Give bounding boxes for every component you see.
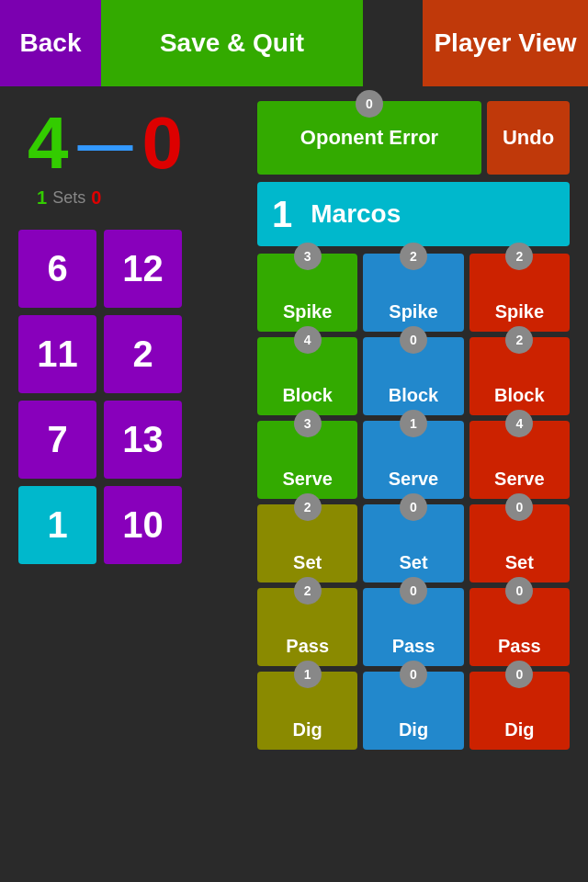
score-right: 0 [142,101,184,186]
action-label-10: Set [399,552,427,573]
action-badge-2: 2 [505,243,533,270]
action-badge-14: 0 [505,577,533,605]
action-badge-6: 3 [294,410,322,437]
action-badge-12: 2 [294,577,322,605]
player-view-button[interactable]: Player View [423,0,588,86]
score-area: 4 — 0 1 Sets 0 [28,101,239,209]
action-cell-block-4[interactable]: 0Block [363,337,463,415]
action-badge-4: 0 [400,326,427,354]
action-label-13: Pass [392,636,435,657]
action-cell-spike-1[interactable]: 2Spike [363,254,463,332]
action-cell-dig-15[interactable]: 1Dig [257,672,357,750]
action-cell-block-3[interactable]: 4Block [257,337,357,415]
action-label-16: Dig [399,719,428,741]
action-badge-16: 0 [400,661,427,688]
score-dash: — [78,112,133,175]
action-label-14: Pass [498,636,541,657]
action-badge-13: 0 [400,577,427,605]
oponent-error-button[interactable]: 0 Oponent Error [257,101,481,175]
action-label-17: Dig [504,719,534,741]
num-cell-7[interactable]: 10 [104,486,182,564]
action-badge-15: 1 [294,661,322,688]
action-grid: 3Spike2Spike2Spike4Block0Block2Block3Ser… [257,254,570,750]
action-cell-pass-14[interactable]: 0Pass [469,588,570,666]
action-label-7: Serve [389,469,439,490]
num-cell-4[interactable]: 7 [18,401,96,479]
player-number: 1 [272,194,292,235]
player-row: 1 Marcos [257,182,570,246]
action-label-6: Serve [282,469,333,490]
action-cell-serve-8[interactable]: 4Serve [469,421,570,499]
action-cell-dig-17[interactable]: 0Dig [469,672,570,750]
num-cell-6[interactable]: 1 [18,486,96,564]
action-cell-set-11[interactable]: 0Set [469,504,570,582]
action-badge-7: 1 [400,410,427,437]
action-cell-set-9[interactable]: 2Set [257,504,357,582]
action-cell-dig-16[interactable]: 0Dig [363,672,463,750]
action-cell-serve-6[interactable]: 3Serve [257,421,357,499]
action-label-8: Serve [494,469,545,490]
action-badge-17: 0 [505,661,533,688]
score-left: 4 [28,101,69,186]
action-badge-0: 3 [294,243,322,270]
action-badge-3: 4 [294,326,322,354]
action-badge-8: 4 [505,410,533,437]
header: Back Save & Quit Player View [0,0,588,86]
sets-label: Sets [52,188,85,208]
sets-left: 1 [37,187,47,209]
num-cell-5[interactable]: 13 [104,401,182,479]
sets-right: 0 [91,187,101,209]
num-grid: 612112713110 [18,230,182,564]
back-button[interactable]: Back [0,0,101,86]
num-cell-2[interactable]: 11 [18,315,96,393]
num-cell-1[interactable]: 12 [104,230,182,308]
action-label-0: Spike [283,301,332,322]
action-label-9: Set [293,552,322,573]
player-name: Marcos [311,199,401,229]
header-spacer [363,0,423,86]
num-cell-0[interactable]: 6 [18,230,96,308]
action-badge-9: 2 [294,493,322,521]
undo-button[interactable]: Undo [487,101,570,175]
num-cell-3[interactable]: 2 [104,315,182,393]
action-cell-spike-2[interactable]: 2Spike [469,254,570,332]
oponent-error-badge: 0 [356,90,383,118]
action-cell-pass-12[interactable]: 2Pass [257,588,357,666]
action-cell-set-10[interactable]: 0Set [363,504,463,582]
action-label-15: Dig [293,719,322,741]
action-label-5: Block [494,385,544,406]
action-badge-11: 0 [505,493,533,521]
right-panel: 0 Oponent Error Undo 1 Marcos 3Spike2Spi… [257,101,570,750]
action-cell-spike-0[interactable]: 3Spike [257,254,357,332]
action-badge-1: 2 [400,243,427,270]
oponent-error-label: Oponent Error [300,126,438,150]
action-badge-10: 0 [400,493,427,521]
action-label-3: Block [282,385,332,406]
action-label-2: Spike [495,301,544,322]
action-label-11: Set [505,552,534,573]
action-label-12: Pass [286,636,329,657]
action-cell-serve-7[interactable]: 1Serve [363,421,463,499]
action-cell-pass-13[interactable]: 0Pass [363,588,463,666]
save-quit-button[interactable]: Save & Quit [101,0,363,86]
action-badge-5: 2 [505,326,533,354]
action-cell-block-5[interactable]: 2Block [469,337,570,415]
action-label-1: Spike [389,301,437,322]
action-label-4: Block [389,385,438,406]
top-action-row: 0 Oponent Error Undo [257,101,570,175]
